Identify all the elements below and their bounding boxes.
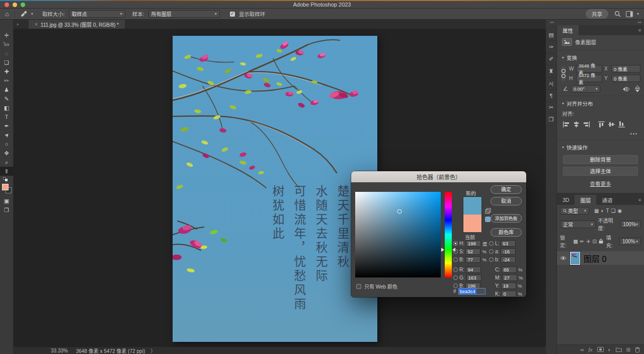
- sample-size-select[interactable]: 取样点▾: [69, 10, 125, 18]
- h-field[interactable]: 199: [466, 240, 481, 247]
- align-more-options-icon[interactable]: •••: [557, 127, 644, 136]
- layer-row-selected[interactable]: 图层 0: [557, 251, 644, 265]
- libraries-panel-icon[interactable]: ❒: [546, 114, 557, 126]
- fill-select[interactable]: 100%▾: [619, 238, 641, 245]
- m-field[interactable]: 27: [502, 274, 517, 281]
- color-field-marker[interactable]: [397, 209, 402, 214]
- transform-section-header[interactable]: ▾变换: [557, 50, 644, 63]
- h-radio[interactable]: [453, 241, 458, 246]
- search-icon[interactable]: [614, 11, 621, 17]
- blend-mode-select[interactable]: 正常▾: [560, 221, 596, 228]
- b2-radio[interactable]: [453, 284, 458, 288]
- chevron-down-icon[interactable]: ▾: [31, 12, 33, 16]
- lock-all-icon[interactable]: [599, 239, 603, 244]
- see-more-link[interactable]: 查看更多: [557, 176, 644, 187]
- align-center-horizontal-icon[interactable]: [573, 121, 580, 127]
- tab-3d[interactable]: 3D: [557, 195, 575, 205]
- close-window-button[interactable]: [5, 3, 9, 7]
- status-chevron-icon[interactable]: 〉: [150, 348, 155, 354]
- filter-type-layers-icon[interactable]: T: [606, 208, 609, 214]
- panel-menu-icon[interactable]: ≡: [638, 197, 641, 202]
- character-panel-icon[interactable]: A|: [546, 78, 557, 90]
- link-dimensions-icon[interactable]: [561, 66, 566, 81]
- hand-tool[interactable]: ✥: [0, 149, 14, 158]
- add-to-swatches-button[interactable]: 添加到色板: [491, 214, 522, 223]
- object-selection-tool[interactable]: ❏: [0, 58, 14, 67]
- y-field[interactable]: 19: [501, 282, 516, 289]
- hue-slider[interactable]: [445, 192, 452, 277]
- gradient-tool[interactable]: ◧: [0, 103, 14, 112]
- filter-smart-objects-icon[interactable]: ◉: [618, 208, 622, 214]
- add-mask-icon[interactable]: [597, 347, 604, 352]
- flip-vertical-icon[interactable]: [635, 85, 640, 93]
- maximize-window-button[interactable]: [21, 3, 25, 7]
- sample-select[interactable]: 所有图层▾: [148, 10, 220, 18]
- color-libraries-button[interactable]: 颜色库: [491, 228, 522, 237]
- document-tab[interactable]: × 111.jpg @ 33.3% (图层 0, RGB/8) *: [29, 20, 125, 29]
- align-right-icon[interactable]: [583, 121, 590, 127]
- brush-tool[interactable]: ✏: [0, 76, 14, 85]
- l-radio[interactable]: [489, 241, 494, 246]
- foreground-background-swatches[interactable]: [2, 184, 12, 193]
- hue-marker-left-icon[interactable]: [441, 248, 444, 252]
- b-radio[interactable]: [453, 257, 458, 262]
- tab-channels[interactable]: 通道: [596, 195, 618, 205]
- tab-properties[interactable]: 属性: [557, 25, 579, 35]
- lock-artboard-icon[interactable]: ⊡: [592, 239, 596, 244]
- link-layers-icon[interactable]: ∞: [580, 347, 584, 352]
- x-field[interactable]: 0 像素: [611, 65, 640, 73]
- r-field[interactable]: 94: [466, 266, 481, 273]
- quick-mask-button[interactable]: ▣: [0, 196, 14, 205]
- b-lab-radio[interactable]: [489, 257, 494, 262]
- lock-image-pixels-icon[interactable]: ✏: [580, 239, 584, 244]
- delete-layer-trash-icon[interactable]: [635, 347, 640, 352]
- height-field[interactable]: 5472 像素: [576, 75, 602, 82]
- align-top-icon[interactable]: [598, 121, 605, 127]
- type-tool[interactable]: T: [0, 112, 14, 121]
- b-lab-field[interactable]: -24: [501, 256, 516, 263]
- filter-adjustment-layers-icon[interactable]: ◐: [601, 208, 604, 214]
- g-radio[interactable]: [453, 275, 458, 280]
- ok-button[interactable]: 确定: [491, 185, 522, 194]
- k-field[interactable]: 0: [501, 291, 516, 297]
- g-field[interactable]: 163: [466, 274, 481, 281]
- marquee-tool[interactable]: ▭: [0, 40, 14, 49]
- align-bottom-icon[interactable]: [618, 121, 625, 127]
- new-layer-icon[interactable]: ⊞: [626, 347, 630, 352]
- filter-pixel-layers-icon[interactable]: ▦: [594, 208, 599, 214]
- a-radio[interactable]: [489, 249, 494, 254]
- eyedropper-tool-selected[interactable]: ✏: [0, 167, 14, 176]
- history-brush-tool[interactable]: ✎: [0, 94, 14, 103]
- brushes-panel-icon[interactable]: ✑: [546, 41, 557, 53]
- move-tool[interactable]: ✛: [0, 31, 14, 40]
- expand-panels-icon[interactable]: »»: [637, 21, 641, 24]
- hex-field[interactable]: 5ea3c4: [458, 288, 486, 295]
- lock-transparent-pixels-icon[interactable]: ▩: [573, 239, 578, 244]
- quick-actions-section-header[interactable]: ▾快速操作: [557, 140, 644, 153]
- layer-effects-icon[interactable]: fx: [589, 346, 593, 352]
- minimize-window-button[interactable]: [13, 3, 17, 7]
- filter-shape-layers-icon[interactable]: ❏: [611, 208, 616, 214]
- foreground-color-swatch[interactable]: [2, 184, 9, 190]
- align-middle-vertical-icon[interactable]: [608, 121, 615, 127]
- s-field[interactable]: 52: [465, 248, 480, 255]
- panel-menu-icon[interactable]: ≡: [638, 28, 641, 33]
- toolbar-expand-icon[interactable]: »: [3, 41, 5, 44]
- b-field[interactable]: 77: [465, 256, 480, 263]
- brush-settings-panel-icon[interactable]: ▤: [546, 29, 557, 41]
- a-field[interactable]: -16: [501, 248, 516, 255]
- zoom-tool[interactable]: ⌕: [0, 158, 14, 167]
- angle-field[interactable]: 0.00°▾: [571, 85, 600, 93]
- new-group-folder-icon[interactable]: [616, 347, 622, 352]
- tool-presets-panel-icon[interactable]: ✂: [546, 102, 557, 114]
- home-icon[interactable]: ⌂: [5, 10, 9, 18]
- spot-healing-tool[interactable]: ✚: [0, 67, 14, 76]
- clone-source-panel-icon[interactable]: ✐: [546, 53, 557, 65]
- s-radio[interactable]: [453, 249, 458, 254]
- filter-type-select[interactable]: 类型 ▾: [560, 207, 589, 215]
- zoom-level-field[interactable]: 33.33%: [51, 348, 68, 353]
- chevron-down-icon[interactable]: ▾: [637, 12, 639, 16]
- show-ring-checkbox[interactable]: ✓: [230, 12, 235, 17]
- y-field[interactable]: 0 像素: [611, 75, 640, 82]
- c-field[interactable]: 65: [502, 266, 517, 273]
